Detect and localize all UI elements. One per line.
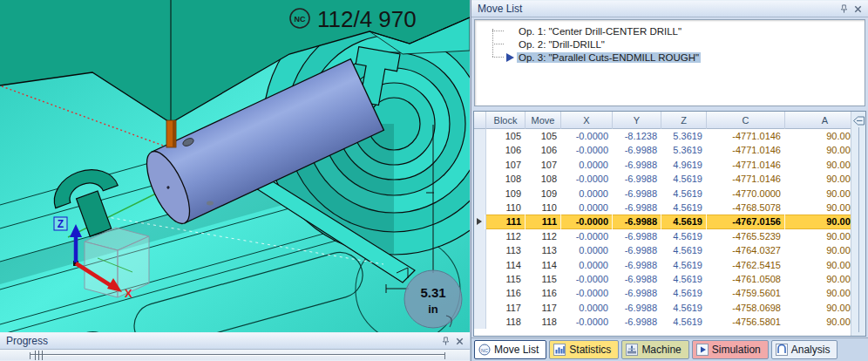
cell-move: 116 [526, 286, 561, 300]
cell-y: -6.9988 [613, 301, 661, 315]
move-row-109[interactable]: 1091090.0000-6.99884.5619-4770.000090.00… [474, 187, 865, 201]
hole-mark [207, 201, 214, 206]
pin-icon[interactable] [837, 3, 851, 16]
cell-move: 115 [526, 272, 561, 286]
cell-z: 4.5619 [661, 258, 707, 272]
move-row-116[interactable]: 116116-0.0000-6.99884.5619-4759.560190.0… [474, 286, 865, 300]
progress-track[interactable] [30, 354, 445, 356]
cell-c: -4771.0146 [707, 129, 785, 143]
left-pane: Z X 5.31 in [0, 0, 470, 361]
row-selector [474, 187, 486, 201]
svg-text:NC: NC [481, 348, 488, 353]
operation-item-2[interactable]: Op. 2: "Drill-DRILL" [475, 37, 865, 51]
move-row-108[interactable]: 108108-0.0000-6.99884.5619-4771.014690.0… [474, 172, 865, 186]
header-cell-y[interactable]: Y [613, 112, 661, 129]
current-op-arrow-icon [506, 40, 515, 49]
scrollbar-track[interactable] [858, 127, 859, 332]
move-row-112[interactable]: 112112-0.0000-6.99884.5619-4765.523990.0… [474, 229, 865, 243]
row-selector [474, 315, 486, 329]
cell-y: -6.9988 [613, 158, 661, 172]
cell-block: 105 [486, 129, 526, 143]
cell-move: 113 [526, 243, 561, 257]
header-cell-move[interactable]: Move [526, 112, 561, 129]
move-row-118[interactable]: 118118-0.0000-6.99884.5619-4756.580190.0… [474, 315, 865, 329]
progress-title: Progress [6, 335, 438, 347]
current-row-arrow-icon [477, 218, 482, 225]
cell-y: -6.9988 [613, 243, 661, 257]
close-icon[interactable] [452, 335, 466, 348]
header-cell-z[interactable]: Z [661, 112, 707, 129]
cell-move: 112 [526, 229, 561, 243]
close-icon[interactable] [851, 3, 865, 16]
cell-move: 110 [526, 201, 561, 215]
move-row-105[interactable]: 105105-0.0000-8.12385.3619-4771.014690.0… [474, 129, 865, 143]
cell-block: 112 [486, 229, 526, 243]
cell-y: -6.9988 [613, 143, 661, 157]
cell-c: -4771.0146 [707, 172, 785, 186]
move-row-117[interactable]: 1171170.0000-6.99884.5619-4758.069890.00… [474, 301, 865, 315]
move-row-107[interactable]: 1071070.0000-6.99884.9619-4771.014690.00… [474, 158, 865, 172]
row-selector [474, 243, 486, 257]
progress-slider-handle[interactable] [34, 351, 45, 360]
move-row-110[interactable]: 1101100.0000-6.99884.5619-4768.507890.00… [474, 201, 865, 215]
operation-tree: Op. 1: "Center Drill-CENTER DRILL" Op. 2… [474, 19, 865, 106]
tab-simulation[interactable]: Simulation [692, 340, 769, 359]
row-selector [474, 215, 486, 228]
cell-y: -6.9988 [613, 187, 661, 201]
progress-header: Progress [0, 332, 470, 350]
cell-x: -0.0000 [561, 229, 613, 243]
header-cell-selector [474, 112, 486, 129]
machine-simulation-viewport[interactable]: Z X 5.31 in [0, 0, 470, 332]
cell-c: -4771.0146 [707, 143, 785, 157]
cell-c: -4771.0146 [707, 158, 785, 172]
move-row-115[interactable]: 115115-0.0000-6.99884.5619-4761.050890.0… [474, 272, 865, 286]
header-cell-block[interactable]: Block [486, 112, 526, 129]
row-selector [474, 258, 486, 272]
tab-move-list[interactable]: NC Move List [474, 340, 546, 359]
operation-label: Op. 2: "Drill-DRILL" [517, 39, 607, 50]
cell-x: -0.0000 [561, 172, 613, 186]
cell-move: 111 [526, 215, 561, 228]
move-row-113[interactable]: 1131130.0000-6.99884.5619-4764.032790.00… [474, 243, 865, 257]
analysis-icon [776, 344, 788, 356]
cell-y: -6.9988 [613, 286, 661, 300]
row-selector [474, 172, 486, 186]
tab-analysis[interactable]: Analysis [771, 340, 838, 359]
header-cell-x[interactable]: X [561, 112, 613, 129]
operation-item-1[interactable]: Op. 1: "Center Drill-CENTER DRILL" [475, 24, 865, 37]
cell-x: 0.0000 [561, 258, 613, 272]
row-selector [474, 229, 486, 243]
nc-badge-icon: NC [295, 15, 306, 24]
cell-x: -0.0000 [561, 315, 613, 329]
cell-x: -0.0000 [561, 129, 613, 143]
tab-label: Move List [494, 344, 539, 356]
header-cell-c[interactable]: C [707, 112, 785, 129]
row-selector [474, 286, 486, 300]
x-axis-label: X [125, 287, 132, 300]
operation-item-3[interactable]: Op. 3: "Parallel Cuts-ENDMILL ROUGH" [475, 51, 865, 64]
cell-move: 109 [526, 187, 561, 201]
operation-label: Op. 1: "Center Drill-CENTER DRILL" [517, 26, 683, 37]
pin-icon[interactable] [438, 335, 452, 348]
row-selector [474, 201, 486, 215]
move-row-114[interactable]: 1141140.0000-6.99884.5619-4762.541590.00… [474, 258, 865, 272]
tab-label: Analysis [791, 344, 831, 356]
cell-move: 118 [526, 315, 561, 329]
tab-statistics[interactable]: Statistics [549, 340, 619, 359]
cell-move: 105 [526, 129, 561, 143]
cell-z: 4.5619 [661, 315, 707, 329]
move-row-111[interactable]: 111111-0.0000-6.99884.5619-4767.015690.0… [474, 215, 865, 228]
cell-x: 0.0000 [561, 201, 613, 215]
cutting-tool [166, 120, 176, 147]
app-window: Z X 5.31 in [0, 0, 868, 361]
move-row-106[interactable]: 106106-0.0000-6.99885.3619-4771.014690.0… [474, 143, 865, 157]
cell-y: -6.9988 [613, 258, 661, 272]
cell-move: 106 [526, 143, 561, 157]
cell-block: 113 [486, 243, 526, 257]
cell-move: 107 [526, 158, 561, 172]
cell-z: 4.5619 [661, 201, 707, 215]
cell-x: -0.0000 [561, 272, 613, 286]
vertical-scrollbar[interactable] [851, 112, 865, 336]
move-list-pane: Move List Op. 1: "Center Drill-CENTER DR… [471, 0, 868, 361]
tab-machine[interactable]: Machine [621, 340, 688, 359]
